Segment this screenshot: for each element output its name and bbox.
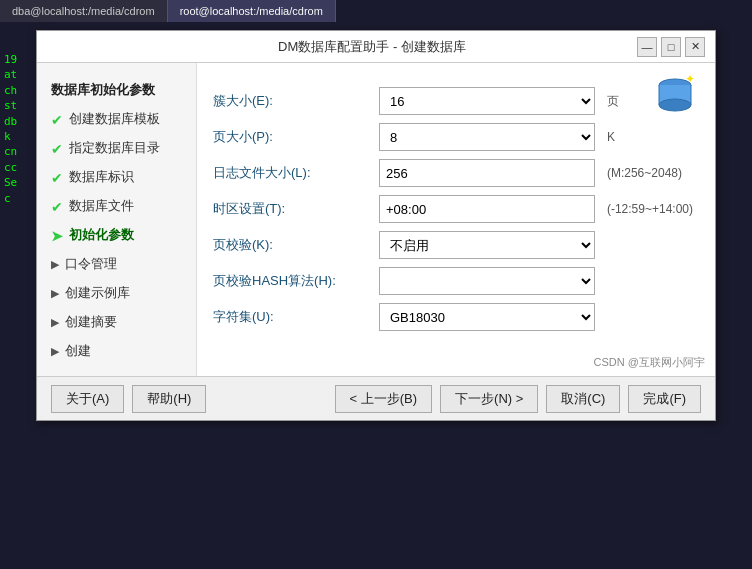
sidebar-item-directory[interactable]: ✔ 指定数据库目录 xyxy=(37,134,196,163)
terminal-text: 19 at ch st db k cn cc Se c xyxy=(4,52,17,206)
sidebar-item-files[interactable]: ✔ 数据库文件 xyxy=(37,192,196,221)
window-title: DM数据库配置助手 - 创建数据库 xyxy=(107,38,637,56)
terminal-tab-2[interactable]: root@localhost:/media/cdrom xyxy=(168,0,336,22)
window-controls: — □ ✕ xyxy=(637,37,705,57)
help-button[interactable]: 帮助(H) xyxy=(132,385,206,413)
check-icon-3: ✔ xyxy=(51,170,63,186)
terminal-tab-1[interactable]: dba@localhost:/media/cdrom xyxy=(0,0,168,22)
sidebar-item-identifier[interactable]: ✔ 数据库标识 xyxy=(37,163,196,192)
footer: 关于(A) 帮助(H) < 上一步(B) 下一步(N) > 取消(C) 完成(F… xyxy=(37,376,715,420)
sidebar-item-sample[interactable]: ▶ 创建示例库 xyxy=(37,279,196,308)
sidebar-label-6: 口令管理 xyxy=(65,256,117,273)
input-log-file-size[interactable] xyxy=(379,159,595,187)
tri-icon-8: ▶ xyxy=(51,316,59,329)
main-panel: ✦ 簇大小(E): 16 8 32 xyxy=(197,63,715,376)
sidebar-label-5: 初始化参数 xyxy=(69,227,134,244)
terminal-tabs: dba@localhost:/media/cdrom root@localhos… xyxy=(0,0,752,22)
label-timezone: 时区设置(T): xyxy=(213,191,373,227)
sidebar: 数据库初始化参数 ✔ 创建数据库模板 ✔ 指定数据库目录 ✔ 数据库标识 ✔ xyxy=(37,63,197,376)
select-cluster-size[interactable]: 16 8 32 xyxy=(379,87,595,115)
label-log-file-size: 日志文件大小(L): xyxy=(213,155,373,191)
label-hash-algo: 页校验HASH算法(H): xyxy=(213,263,373,299)
check-icon-1: ✔ xyxy=(51,112,63,128)
hint-log-file-size: (M:256~2048) xyxy=(601,155,699,191)
select-page-check[interactable]: 不启用 启用 xyxy=(379,231,595,259)
sidebar-label-3: 数据库标识 xyxy=(69,169,134,186)
footer-left-buttons: 关于(A) 帮助(H) xyxy=(51,385,206,413)
sidebar-label-8: 创建摘要 xyxy=(65,314,117,331)
sidebar-label-2: 指定数据库目录 xyxy=(69,140,160,157)
sidebar-item-init[interactable]: ➤ 初始化参数 xyxy=(37,221,196,250)
close-button[interactable]: ✕ xyxy=(685,37,705,57)
sidebar-item-summary[interactable]: ▶ 创建摘要 xyxy=(37,308,196,337)
control-page-check: 不启用 启用 xyxy=(373,227,601,263)
label-cluster-size: 簇大小(E): xyxy=(213,83,373,119)
input-timezone[interactable] xyxy=(379,195,595,223)
check-icon-2: ✔ xyxy=(51,141,63,157)
select-hash-algo[interactable] xyxy=(379,267,595,295)
control-page-size: 8 4 16 32 xyxy=(373,119,601,155)
hint-page-check xyxy=(601,227,699,263)
sidebar-label-4: 数据库文件 xyxy=(69,198,134,215)
sidebar-label-7: 创建示例库 xyxy=(65,285,130,302)
cancel-button[interactable]: 取消(C) xyxy=(546,385,620,413)
sidebar-item-password[interactable]: ▶ 口令管理 xyxy=(37,250,196,279)
maximize-button[interactable]: □ xyxy=(661,37,681,57)
check-icon-4: ✔ xyxy=(51,199,63,215)
arrow-icon-5: ➤ xyxy=(51,228,63,244)
tri-icon-9: ▶ xyxy=(51,345,59,358)
minimize-button[interactable]: — xyxy=(637,37,657,57)
hint-page-size: K xyxy=(601,119,699,155)
select-page-size[interactable]: 8 4 16 32 xyxy=(379,123,595,151)
svg-point-2 xyxy=(659,99,691,111)
footer-right-buttons: < 上一步(B) 下一步(N) > 取消(C) 完成(F) xyxy=(335,385,701,413)
tri-icon-6: ▶ xyxy=(51,258,59,271)
control-hash-algo xyxy=(373,263,601,299)
section-title: 数据库初始化参数 xyxy=(37,73,196,105)
watermark: CSDN @互联网小阿宇 xyxy=(594,355,705,370)
content-area: 数据库初始化参数 ✔ 创建数据库模板 ✔ 指定数据库目录 ✔ 数据库标识 ✔ xyxy=(37,63,715,376)
svg-text:✦: ✦ xyxy=(685,72,695,86)
prev-button[interactable]: < 上一步(B) xyxy=(335,385,433,413)
hint-charset xyxy=(601,299,699,335)
select-charset[interactable]: GB18030 UTF-8 EUC-KR xyxy=(379,303,595,331)
next-button[interactable]: 下一步(N) > xyxy=(440,385,538,413)
sidebar-item-create[interactable]: ▶ 创建 xyxy=(37,337,196,366)
label-page-size: 页大小(P): xyxy=(213,119,373,155)
sidebar-label-1: 创建数据库模板 xyxy=(69,111,160,128)
control-timezone xyxy=(373,191,601,227)
control-cluster-size: 16 8 32 xyxy=(373,83,601,119)
about-button[interactable]: 关于(A) xyxy=(51,385,124,413)
control-log-file-size xyxy=(373,155,601,191)
form-grid: 簇大小(E): 16 8 32 页 页大小(P): xyxy=(213,83,699,335)
main-window: DM数据库配置助手 - 创建数据库 — □ ✕ 数据库初始化参数 ✔ 创建数据库… xyxy=(36,30,716,421)
hint-timezone: (-12:59~+14:00) xyxy=(601,191,699,227)
db-icon: ✦ xyxy=(649,71,701,123)
tri-icon-7: ▶ xyxy=(51,287,59,300)
hint-hash-algo xyxy=(601,263,699,299)
title-bar: DM数据库配置助手 - 创建数据库 — □ ✕ xyxy=(37,31,715,63)
finish-button[interactable]: 完成(F) xyxy=(628,385,701,413)
sidebar-label-9: 创建 xyxy=(65,343,91,360)
control-charset: GB18030 UTF-8 EUC-KR xyxy=(373,299,601,335)
label-page-check: 页校验(K): xyxy=(213,227,373,263)
sidebar-item-template[interactable]: ✔ 创建数据库模板 xyxy=(37,105,196,134)
label-charset: 字符集(U): xyxy=(213,299,373,335)
